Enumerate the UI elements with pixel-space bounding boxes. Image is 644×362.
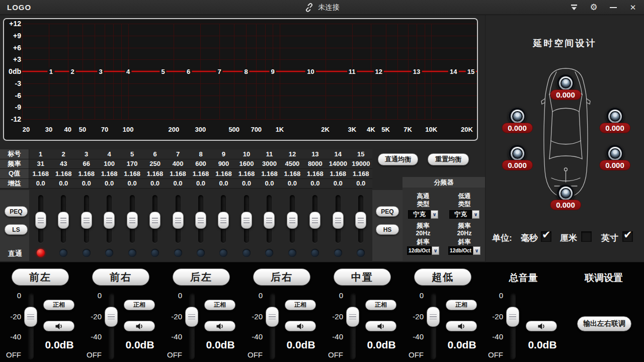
graph-x-tick: 2K xyxy=(314,126,337,133)
chevron-down-icon[interactable]: ∨ xyxy=(472,210,479,219)
eq-band-marker[interactable]: 4 xyxy=(125,68,131,75)
eq-band-marker[interactable]: 13 xyxy=(412,68,422,75)
eq-slider-thumb[interactable] xyxy=(355,212,366,229)
eq-slider-thumb[interactable] xyxy=(104,212,115,229)
bypass-eq-button[interactable]: 直通均衡 xyxy=(378,153,418,165)
channel-select-button[interactable]: 后右 xyxy=(253,268,310,286)
eq-slider-thumb[interactable] xyxy=(333,212,344,229)
fader-thumb[interactable] xyxy=(346,307,359,327)
eq-band-marker[interactable]: 5 xyxy=(159,68,166,75)
eq-band-marker[interactable]: 9 xyxy=(270,68,276,75)
peq-right-button[interactable]: PEQ xyxy=(376,206,399,217)
eq-slider-thumb[interactable] xyxy=(173,212,184,229)
eq-slider-thumb[interactable] xyxy=(127,212,138,229)
minimize-icon[interactable] xyxy=(608,3,618,12)
channel-name-label: 前右 xyxy=(110,270,132,284)
fader-scale-OFF: OFF xyxy=(4,350,21,359)
eq-slider-thumb[interactable] xyxy=(264,212,275,229)
mute-button[interactable] xyxy=(285,321,316,331)
eq-band-marker[interactable]: 8 xyxy=(243,68,249,75)
phase-button[interactable]: 正相 xyxy=(204,300,235,310)
channel-select-button[interactable]: 前右 xyxy=(92,268,149,286)
collapse-to-tray-icon[interactable] xyxy=(569,3,579,12)
eq-slider-thumb[interactable] xyxy=(287,212,298,229)
eq-table-cell: 3 xyxy=(75,149,98,159)
chevron-down-icon[interactable]: ∨ xyxy=(432,246,439,255)
graph-x-tick: 500 xyxy=(222,126,246,133)
channel-select-button[interactable]: 前左 xyxy=(12,268,69,286)
output-lr-link-button[interactable]: 输出左右联调 xyxy=(577,316,631,331)
mute-button[interactable] xyxy=(365,321,396,331)
peq-left-button[interactable]: PEQ xyxy=(5,206,28,217)
graph-gridline-h xyxy=(22,59,477,60)
eq-slider-thumb[interactable] xyxy=(58,212,69,229)
delay-value-front-left: 0.000 xyxy=(502,123,533,133)
unit-checkbox-2[interactable] xyxy=(581,231,592,242)
channel-select-button[interactable]: 后左 xyxy=(173,268,230,286)
phase-label: 正相 xyxy=(214,301,226,309)
close-icon[interactable]: ✕ xyxy=(628,3,638,12)
eq-band-marker[interactable]: 12 xyxy=(374,68,384,75)
channel-select-button[interactable]: 中置 xyxy=(334,268,391,286)
phase-button[interactable]: 正相 xyxy=(365,300,396,310)
eq-band-marker[interactable]: 3 xyxy=(98,68,104,75)
lowpass-slope-select[interactable]: 12db/Oct∨ xyxy=(448,246,480,255)
eq-band-marker[interactable]: 7 xyxy=(216,68,222,75)
fader-thumb[interactable] xyxy=(185,307,198,327)
master-mute-button[interactable] xyxy=(526,321,557,331)
chevron-down-icon[interactable]: ∨ xyxy=(473,246,480,255)
eq-table-row-label: Q值 xyxy=(0,169,29,178)
lowpass-type-value: 宁克 xyxy=(449,210,472,219)
phase-button[interactable]: 正相 xyxy=(446,300,477,310)
eq-slider-thumb[interactable] xyxy=(35,212,46,229)
ls-button[interactable]: LS xyxy=(5,224,28,235)
phase-button[interactable]: 正相 xyxy=(43,300,74,310)
eq-band-marker[interactable]: 11 xyxy=(347,68,357,75)
fader-thumb-grip xyxy=(349,314,356,320)
unit-checkbox-3[interactable]: ✔ xyxy=(622,231,633,242)
reset-eq-button[interactable]: 重置均衡 xyxy=(428,153,469,165)
eq-table-cell: 0.0 xyxy=(75,179,98,189)
lowpass-slope-label: 斜率 xyxy=(444,238,485,246)
eq-slider-thumb[interactable] xyxy=(218,212,229,229)
mute-button[interactable] xyxy=(43,321,74,331)
chevron-down-icon[interactable]: ∨ xyxy=(431,210,438,219)
eq-slider-thumb[interactable] xyxy=(241,212,252,229)
titlebar: LOGO 未连接 ⚙ ✕ xyxy=(0,0,644,15)
eq-band-marker[interactable]: 6 xyxy=(185,68,192,75)
eq-band-marker[interactable]: 15 xyxy=(466,68,476,75)
eq-band-marker[interactable]: 14 xyxy=(448,68,458,75)
eq-slider-thumb-grip xyxy=(198,218,204,223)
phase-button[interactable]: 正相 xyxy=(285,300,316,310)
mute-button[interactable] xyxy=(124,321,155,331)
fader-thumb[interactable] xyxy=(24,307,37,327)
eq-slider-thumb[interactable] xyxy=(195,212,206,229)
fader-thumb[interactable] xyxy=(506,307,519,327)
fader-thumb-grip xyxy=(108,314,115,320)
highpass-type-select[interactable]: 宁克∨ xyxy=(408,210,438,219)
highpass-slope-select[interactable]: 12db/Oct∨ xyxy=(407,246,439,255)
fader-thumb[interactable] xyxy=(105,307,118,327)
fader-thumb[interactable] xyxy=(427,307,440,327)
eq-band-marker[interactable]: 1 xyxy=(48,68,54,75)
fader-scale-OFF: OFF xyxy=(326,350,343,359)
hs-button[interactable]: HS xyxy=(376,224,399,235)
lowpass-type-label-line2: 类型 xyxy=(444,200,485,209)
mute-button[interactable] xyxy=(204,321,235,331)
eq-band-marker[interactable]: 2 xyxy=(69,68,76,75)
eq-slider-thumb[interactable] xyxy=(309,212,320,229)
mute-button[interactable] xyxy=(446,321,477,331)
graph-y-tick: +12 xyxy=(5,20,21,28)
lowpass-type-select[interactable]: 宁克∨ xyxy=(449,210,479,219)
channel-select-button[interactable]: 超低 xyxy=(414,268,471,286)
eq-slider-thumb[interactable] xyxy=(81,212,92,229)
eq-band-marker[interactable]: 10 xyxy=(305,68,315,75)
speaker-icon xyxy=(135,323,144,330)
unit-checkbox-1[interactable]: ✔ xyxy=(541,231,551,242)
eq-slider-thumb-grip xyxy=(106,218,112,223)
phase-button[interactable]: 正相 xyxy=(124,300,155,310)
eq-slider-thumb[interactable] xyxy=(149,212,160,229)
gear-icon[interactable]: ⚙ xyxy=(589,3,599,12)
fader-thumb[interactable] xyxy=(266,307,279,327)
lowpass-type-label-line1: 低通 xyxy=(444,192,485,201)
